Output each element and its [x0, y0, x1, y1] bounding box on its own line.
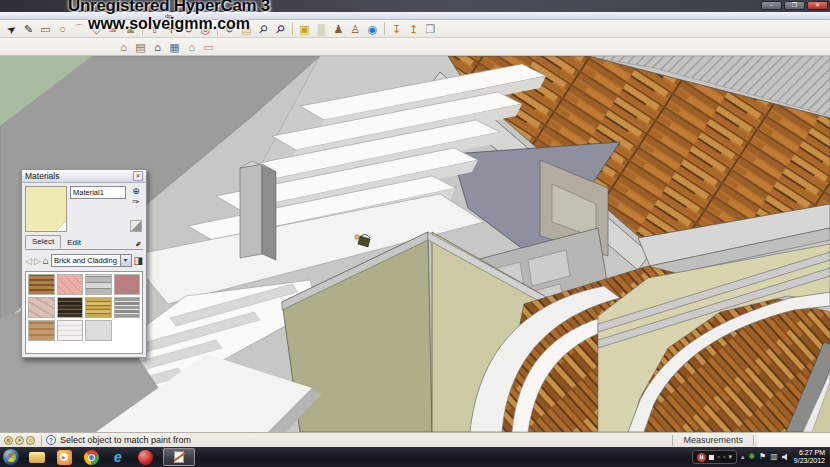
- measurements-label: Measurements: [677, 435, 749, 445]
- material-swatch[interactable]: [85, 297, 112, 318]
- display-pane-icon[interactable]: ✑: [132, 197, 140, 207]
- toggle-terrain-icon[interactable]: ▒: [313, 21, 330, 37]
- create-material-icon[interactable]: ⊕: [132, 186, 140, 196]
- orbit-tool-icon[interactable]: ↺: [221, 21, 238, 37]
- arc-tool-icon[interactable]: ⌒: [71, 21, 88, 37]
- collection-dropdown-value: Brick and Cladding: [52, 256, 120, 265]
- iso-view-icon[interactable]: ⌂: [115, 39, 132, 55]
- forward-arrow-icon[interactable]: ▷: [34, 256, 41, 266]
- zoom-extents-tool-icon[interactable]: ⚲: [269, 17, 292, 40]
- material-swatch[interactable]: [114, 274, 141, 295]
- explorer-taskbar-icon[interactable]: [28, 449, 46, 465]
- get-models-icon[interactable]: ↧: [388, 21, 405, 37]
- toolbar-separator: [217, 22, 218, 35]
- start-button[interactable]: [3, 449, 19, 465]
- sketchup-taskbar-button[interactable]: [163, 448, 195, 466]
- photo-textures-icon[interactable]: ♟: [330, 21, 347, 37]
- system-tray: ▫ ▫ ▾ ▴ ❋ ⚑ ▥ 6:27 PM 9/23/2012: [692, 449, 827, 465]
- back-arrow-icon[interactable]: ◁: [25, 256, 32, 266]
- detail-pane-icon[interactable]: ◨: [134, 255, 143, 266]
- recorder-mini-icon[interactable]: ▾: [728, 453, 732, 461]
- tab-edit[interactable]: Edit: [61, 237, 87, 249]
- restore-button[interactable]: ❐: [784, 1, 805, 10]
- material-preview-swatch[interactable]: [25, 186, 67, 232]
- eyedropper-icon[interactable]: ✒: [133, 238, 145, 250]
- material-swatch[interactable]: [57, 274, 84, 295]
- material-swatch[interactable]: [57, 320, 84, 341]
- components-icon[interactable]: ❒: [422, 21, 439, 37]
- add-location-icon[interactable]: ▣: [296, 21, 313, 37]
- rectangle-tool-icon[interactable]: ▭: [37, 21, 54, 37]
- dropdown-arrow-icon[interactable]: ▾: [120, 255, 131, 266]
- media-player-taskbar-icon[interactable]: ▶: [55, 449, 73, 465]
- circle-tool-icon[interactable]: ○: [54, 21, 71, 37]
- material-swatch[interactable]: [114, 297, 141, 318]
- materials-close-icon[interactable]: ✕: [133, 171, 143, 181]
- record-pause-icon[interactable]: [697, 453, 706, 462]
- top-view-icon[interactable]: ▤: [132, 39, 149, 55]
- window-title-band: – ❐ ✕: [0, 0, 830, 12]
- material-swatch[interactable]: [85, 274, 112, 295]
- home-icon[interactable]: ⌂: [43, 255, 49, 266]
- network-icon[interactable]: ▥: [770, 452, 778, 462]
- material-swatch[interactable]: [28, 297, 55, 318]
- minimize-button[interactable]: –: [761, 1, 782, 10]
- status-separator: [41, 435, 42, 446]
- action-center-flag-icon[interactable]: ⚑: [759, 452, 766, 462]
- material-swatch[interactable]: [28, 320, 55, 341]
- help-icon[interactable]: ?: [46, 435, 56, 445]
- tab-select[interactable]: Select: [25, 235, 61, 249]
- material-name-input[interactable]: Material1: [70, 186, 126, 199]
- measurements-input[interactable]: [758, 434, 830, 447]
- rotate-tool-icon[interactable]: ↻: [180, 21, 197, 37]
- recording-controls[interactable]: ▫ ▫ ▾: [692, 450, 736, 464]
- geolocation-status-icon[interactable]: ◍: [4, 436, 13, 445]
- media-player-icon: ▶: [57, 450, 72, 465]
- left-view-icon[interactable]: ▭: [200, 39, 217, 55]
- green-tray-icon[interactable]: ❋: [748, 452, 755, 462]
- sketchup-icon: [174, 451, 184, 463]
- taskbar-clock[interactable]: 6:27 PM 9/23/2012: [794, 449, 827, 465]
- materials-panel-body: Material1 ⊕ ✑ Select Edit ✒ ◁ ▷ ⌂ Brick …: [22, 183, 146, 356]
- status-bar: ◍ ✦ ☺ ? Select object to match paint fro…: [0, 432, 830, 447]
- internet-explorer-taskbar-icon[interactable]: e: [109, 449, 127, 465]
- recorder-mini-icon[interactable]: ▫: [723, 453, 725, 461]
- credits-status-icon[interactable]: ✦: [15, 436, 24, 445]
- window-controls: – ❐ ✕: [761, 1, 828, 10]
- signin-status-icon[interactable]: ☺: [26, 436, 35, 445]
- clock-date: 9/23/2012: [794, 457, 825, 465]
- move-tool-icon[interactable]: ✛: [163, 21, 180, 37]
- taskbar: ▶ e ▫ ▫ ▾ ▴ ❋ ⚑ ▥ 6:27 PM 9/23/2012: [0, 447, 830, 467]
- materials-tabs: Select Edit ✒: [25, 236, 143, 250]
- folder-icon: [29, 452, 45, 463]
- front-view-icon[interactable]: ⌂: [149, 39, 166, 55]
- recorder-mini-icon[interactable]: ▫: [717, 453, 719, 461]
- stop-recording-icon[interactable]: [709, 455, 714, 460]
- share-model-icon[interactable]: ↥: [405, 21, 422, 37]
- offset-tool-icon[interactable]: ◎: [197, 21, 214, 37]
- chrome-taskbar-icon[interactable]: [82, 449, 100, 465]
- main-toolbar: ➤ ✎ ▭ ○ ⌒ ◇ ▰ ◙ ⇧ ✛ ↻ ◎ ↺ ▤ ⚲ ⚲ ▣ ▒ ♟ ♙ …: [0, 20, 830, 38]
- polygon-tool-icon[interactable]: ◇: [88, 21, 105, 37]
- model-person-icon[interactable]: ♙: [347, 21, 364, 37]
- preview-fold-corner: [56, 221, 66, 231]
- google-earth-icon[interactable]: ◉: [364, 21, 381, 37]
- show-hidden-icons[interactable]: ▴: [741, 453, 745, 461]
- status-help-text: Select object to match paint from: [60, 435, 191, 445]
- right-view-icon[interactable]: ▦: [166, 39, 183, 55]
- material-swatch[interactable]: [28, 274, 55, 295]
- materials-panel-titlebar[interactable]: Materials ✕: [22, 170, 146, 183]
- push-pull-tool-icon[interactable]: ⇧: [146, 21, 163, 37]
- default-material-sample[interactable]: [130, 220, 142, 232]
- material-swatch[interactable]: [85, 320, 112, 341]
- volume-icon[interactable]: [782, 453, 790, 461]
- material-swatch[interactable]: [57, 297, 84, 318]
- eraser-tool-icon[interactable]: ▰: [105, 21, 122, 37]
- collection-dropdown[interactable]: Brick and Cladding ▾: [51, 254, 132, 267]
- line-tool-icon[interactable]: ✎: [20, 21, 37, 37]
- paint-bucket-tool-icon[interactable]: ◙: [122, 21, 139, 37]
- recorder-taskbar-icon[interactable]: [136, 449, 154, 465]
- materials-panel-title: Materials: [25, 171, 59, 181]
- close-button[interactable]: ✕: [807, 1, 828, 10]
- back-view-icon[interactable]: ⌂: [183, 39, 200, 55]
